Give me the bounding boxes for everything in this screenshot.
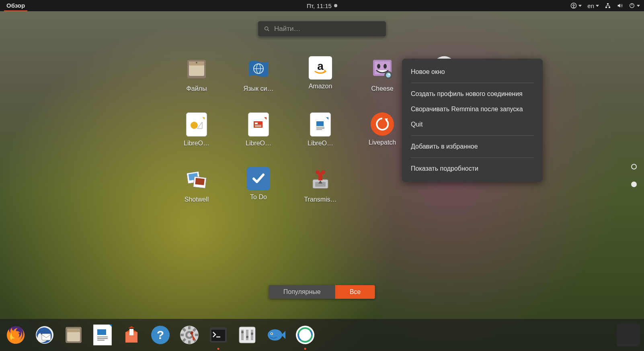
app-libreoffice-draw[interactable]: LibreO… <box>177 112 216 147</box>
running-indicator-icon <box>217 348 219 350</box>
volume-icon[interactable] <box>617 2 623 9</box>
context-quit[interactable]: Quit <box>402 117 543 132</box>
workspace-1[interactable] <box>631 164 637 169</box>
svg-point-47 <box>316 170 320 174</box>
svg-rect-59 <box>97 337 108 337</box>
context-create-profile[interactable]: Создать профиль нового соединения <box>402 86 543 102</box>
livepatch-icon <box>371 112 394 136</box>
network-icon[interactable] <box>605 2 611 9</box>
svg-point-12 <box>196 62 197 63</box>
workspace-2[interactable] <box>631 182 637 187</box>
svg-rect-30 <box>254 121 263 128</box>
app-label: To Do <box>250 194 267 201</box>
view-tabs: Популярные Все <box>269 285 375 299</box>
svg-point-27 <box>191 122 198 129</box>
svg-rect-4 <box>609 7 610 8</box>
svg-rect-71 <box>195 334 198 336</box>
svg-rect-70 <box>180 334 184 336</box>
svg-rect-52 <box>42 334 51 340</box>
svg-text:?: ? <box>157 328 164 341</box>
chevron-down-icon <box>596 5 599 7</box>
svg-rect-69 <box>188 341 191 344</box>
writer-dock-icon <box>93 324 112 345</box>
transmission-icon <box>308 167 333 193</box>
show-applications-button[interactable] <box>617 323 640 347</box>
activities-button[interactable]: Обзор <box>4 0 27 11</box>
settings-icon <box>179 325 199 345</box>
context-minimize-after-launch[interactable]: Сворачивать Remmina после запуска <box>402 102 543 117</box>
svg-point-23 <box>388 73 390 75</box>
dock-terminal[interactable] <box>207 323 230 347</box>
app-label: LibreO… <box>184 140 209 147</box>
svg-marker-26 <box>202 117 205 120</box>
search-field[interactable] <box>258 21 386 37</box>
dock-utility[interactable] <box>236 323 259 347</box>
svg-rect-10 <box>189 65 204 76</box>
input-language-menu[interactable]: en <box>587 2 599 9</box>
dock-software[interactable] <box>120 323 143 347</box>
app-todo[interactable]: To Do <box>239 167 278 203</box>
svg-rect-84 <box>246 330 248 340</box>
tab-frequent[interactable]: Популярные <box>269 285 335 299</box>
clock[interactable]: Пт, 11:15 <box>307 2 337 9</box>
svg-rect-60 <box>97 338 108 339</box>
app-livepatch[interactable]: Livepatch <box>363 112 402 147</box>
thunderbird-icon <box>35 325 55 345</box>
tab-all[interactable]: Все <box>335 285 375 299</box>
libreoffice-draw-icon <box>186 112 207 137</box>
search-input[interactable] <box>274 25 380 33</box>
app-files[interactable]: Файлы <box>177 56 216 92</box>
help-icon: ? <box>150 325 170 345</box>
svg-point-88 <box>268 329 282 341</box>
dock-files[interactable] <box>62 323 85 347</box>
svg-point-83 <box>241 331 244 333</box>
files-icon <box>184 56 209 82</box>
app-label: Transmis… <box>304 196 336 203</box>
context-show-details[interactable]: Показать подробности <box>402 161 543 176</box>
context-new-window[interactable]: Новое окно <box>402 64 543 80</box>
svg-rect-38 <box>316 129 322 130</box>
dock-thunderbird[interactable] <box>33 323 56 347</box>
top-bar: Обзор Пт, 11:15 en <box>0 0 644 11</box>
dock-settings[interactable] <box>178 323 201 347</box>
app-transmission[interactable]: Transmis… <box>301 167 340 203</box>
svg-point-7 <box>265 27 268 30</box>
app-libreoffice-impress[interactable]: LibreO… <box>239 112 278 147</box>
accessibility-menu[interactable] <box>570 2 582 9</box>
notification-dot-icon <box>334 4 337 7</box>
dock-firefox[interactable] <box>4 323 27 347</box>
amazon-icon: a <box>309 56 332 80</box>
svg-rect-63 <box>129 329 133 335</box>
chevron-down-icon <box>578 5 582 7</box>
app-label: Язык си… <box>244 85 274 92</box>
context-add-favorite[interactable]: Добавить в избранное <box>402 139 543 154</box>
svg-rect-33 <box>255 126 261 127</box>
system-tray: en <box>570 2 640 9</box>
app-amazon[interactable]: a Amazon <box>301 56 340 92</box>
sound-icon <box>617 2 623 9</box>
svg-rect-3 <box>605 7 607 8</box>
app-cheese[interactable]: Cheese <box>363 56 402 92</box>
dock-cisco[interactable] <box>293 323 317 347</box>
svg-marker-89 <box>281 331 285 339</box>
separator <box>411 83 534 83</box>
files-dock-icon <box>64 325 84 345</box>
svg-point-87 <box>251 333 253 335</box>
dock-writer[interactable] <box>91 323 114 347</box>
dock-bluefish[interactable] <box>265 323 288 347</box>
svg-line-8 <box>268 30 269 31</box>
svg-rect-2 <box>607 3 609 4</box>
svg-rect-58 <box>97 329 106 335</box>
svg-point-22 <box>386 73 391 78</box>
power-menu[interactable] <box>629 2 640 9</box>
separator <box>411 135 534 136</box>
app-label: LibreO… <box>246 140 271 147</box>
svg-rect-32 <box>255 125 261 126</box>
svg-text:a: a <box>317 60 324 72</box>
app-shotwell[interactable]: Shotwell <box>177 167 216 203</box>
app-language-support[interactable]: Язык си… <box>239 56 278 92</box>
app-libreoffice-writer[interactable]: LibreO… <box>301 112 340 147</box>
language-icon <box>246 56 271 82</box>
running-indicator-icon <box>304 348 306 350</box>
dock-help[interactable]: ? <box>149 323 172 347</box>
